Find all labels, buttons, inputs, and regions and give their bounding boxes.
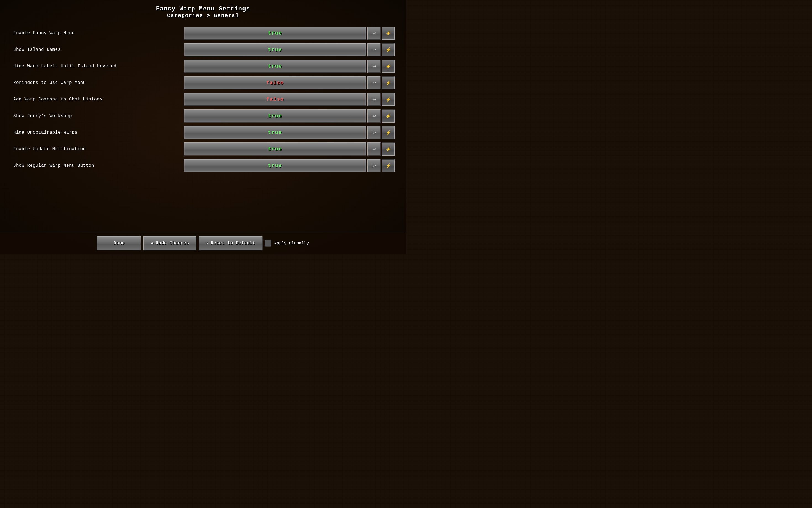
setting-row-show-jerrys-workshop: Show Jerry's Workshoptrue↩⚡ bbox=[11, 108, 395, 124]
setting-value-area-reminders-to-use-warp: false↩⚡ bbox=[184, 76, 395, 89]
setting-value-button-show-jerrys-workshop[interactable]: true bbox=[184, 109, 366, 123]
setting-undo-button-show-regular-warp-menu-button[interactable]: ↩ bbox=[367, 159, 380, 172]
setting-reset-button-hide-unobtainable-warps[interactable]: ⚡ bbox=[382, 126, 395, 139]
setting-row-show-regular-warp-menu-button: Show Regular Warp Menu Buttontrue↩⚡ bbox=[11, 158, 395, 173]
setting-row-enable-update-notification: Enable Update Notificationtrue↩⚡ bbox=[11, 141, 395, 157]
setting-value-button-show-island-names[interactable]: true bbox=[184, 43, 366, 56]
apply-globally-area: Apply globally bbox=[265, 240, 309, 247]
setting-label-hide-warp-labels: Hide Warp Labels Until Island Hovered bbox=[11, 64, 184, 69]
setting-value-text-reminders-to-use-warp: false bbox=[266, 80, 284, 86]
main-title: Fancy Warp Menu Settings bbox=[156, 5, 250, 12]
setting-value-button-add-warp-command[interactable]: false bbox=[184, 93, 366, 106]
setting-value-text-show-regular-warp-menu-button: true bbox=[268, 163, 282, 168]
setting-value-button-hide-warp-labels[interactable]: true bbox=[184, 59, 366, 73]
setting-reset-button-add-warp-command[interactable]: ⚡ bbox=[382, 93, 395, 106]
setting-undo-button-reminders-to-use-warp[interactable]: ↩ bbox=[367, 76, 380, 89]
setting-value-button-show-regular-warp-menu-button[interactable]: true bbox=[184, 159, 366, 172]
setting-row-reminders-to-use-warp: Reminders to Use Warp Menufalse↩⚡ bbox=[11, 75, 395, 91]
reset-to-default-button[interactable]: ⚡ Reset to Default bbox=[199, 236, 263, 250]
setting-value-area-enable-fancy-warp-menu: true↩⚡ bbox=[184, 27, 395, 40]
setting-row-show-island-names: Show Island Namestrue↩⚡ bbox=[11, 42, 395, 57]
done-button[interactable]: Done bbox=[97, 236, 141, 250]
title-section: Fancy Warp Menu Settings Categories > Ge… bbox=[156, 5, 250, 19]
setting-undo-button-enable-fancy-warp-menu[interactable]: ↩ bbox=[367, 27, 380, 40]
setting-reset-button-show-island-names[interactable]: ⚡ bbox=[382, 43, 395, 56]
setting-row-hide-unobtainable-warps: Hide Unobtainable Warpstrue↩⚡ bbox=[11, 125, 395, 140]
setting-value-area-hide-unobtainable-warps: true↩⚡ bbox=[184, 126, 395, 139]
setting-value-text-hide-warp-labels: true bbox=[268, 64, 282, 69]
apply-globally-label: Apply globally bbox=[274, 241, 309, 246]
setting-undo-button-hide-warp-labels[interactable]: ↩ bbox=[367, 59, 380, 73]
setting-reset-button-enable-update-notification[interactable]: ⚡ bbox=[382, 142, 395, 156]
setting-value-button-hide-unobtainable-warps[interactable]: true bbox=[184, 126, 366, 139]
undo-changes-button[interactable]: ↩ Undo Changes bbox=[143, 236, 196, 250]
done-label: Done bbox=[114, 241, 125, 246]
undo-label: Undo Changes bbox=[156, 241, 189, 246]
setting-value-area-show-island-names: true↩⚡ bbox=[184, 43, 395, 56]
undo-icon: ↩ bbox=[151, 241, 153, 246]
setting-value-text-enable-update-notification: true bbox=[268, 146, 282, 152]
setting-undo-button-hide-unobtainable-warps[interactable]: ↩ bbox=[367, 126, 380, 139]
setting-value-area-hide-warp-labels: true↩⚡ bbox=[184, 59, 395, 73]
setting-value-text-show-jerrys-workshop: true bbox=[268, 113, 282, 119]
setting-row-add-warp-command: Add Warp Command to Chat Historyfalse↩⚡ bbox=[11, 92, 395, 107]
setting-reset-button-hide-warp-labels[interactable]: ⚡ bbox=[382, 59, 395, 73]
setting-value-area-add-warp-command: false↩⚡ bbox=[184, 93, 395, 106]
setting-reset-button-enable-fancy-warp-menu[interactable]: ⚡ bbox=[382, 27, 395, 40]
setting-label-add-warp-command: Add Warp Command to Chat History bbox=[11, 97, 184, 102]
reset-label: Reset to Default bbox=[211, 241, 255, 246]
setting-value-text-enable-fancy-warp-menu: true bbox=[268, 30, 282, 36]
setting-reset-button-show-jerrys-workshop[interactable]: ⚡ bbox=[382, 109, 395, 123]
setting-row-hide-warp-labels: Hide Warp Labels Until Island Hoveredtru… bbox=[11, 58, 395, 74]
setting-value-text-hide-unobtainable-warps: true bbox=[268, 130, 282, 135]
setting-value-text-add-warp-command: false bbox=[266, 97, 284, 102]
setting-label-show-island-names: Show Island Names bbox=[11, 47, 184, 52]
setting-label-reminders-to-use-warp: Reminders to Use Warp Menu bbox=[11, 80, 184, 85]
setting-value-area-show-regular-warp-menu-button: true↩⚡ bbox=[184, 159, 395, 172]
setting-label-show-jerrys-workshop: Show Jerry's Workshop bbox=[11, 114, 184, 119]
setting-value-text-show-island-names: true bbox=[268, 47, 282, 52]
setting-label-show-regular-warp-menu-button: Show Regular Warp Menu Button bbox=[11, 163, 184, 168]
setting-value-button-enable-fancy-warp-menu[interactable]: true bbox=[184, 27, 366, 40]
reset-icon: ⚡ bbox=[206, 241, 208, 246]
sub-title: Categories > General bbox=[156, 12, 250, 19]
setting-row-enable-fancy-warp-menu: Enable Fancy Warp Menutrue↩⚡ bbox=[11, 26, 395, 41]
bottom-bar: Done ↩ Undo Changes ⚡ Reset to Default A… bbox=[0, 232, 406, 254]
setting-value-area-enable-update-notification: true↩⚡ bbox=[184, 142, 395, 156]
setting-undo-button-add-warp-command[interactable]: ↩ bbox=[367, 93, 380, 106]
setting-value-button-reminders-to-use-warp[interactable]: false bbox=[184, 76, 366, 89]
setting-reset-button-reminders-to-use-warp[interactable]: ⚡ bbox=[382, 76, 395, 89]
setting-reset-button-show-regular-warp-menu-button[interactable]: ⚡ bbox=[382, 159, 395, 172]
setting-undo-button-enable-update-notification[interactable]: ↩ bbox=[367, 142, 380, 156]
setting-value-button-enable-update-notification[interactable]: true bbox=[184, 142, 366, 156]
setting-undo-button-show-jerrys-workshop[interactable]: ↩ bbox=[367, 109, 380, 123]
settings-container: Enable Fancy Warp Menutrue↩⚡Show Island … bbox=[11, 26, 395, 173]
setting-value-area-show-jerrys-workshop: true↩⚡ bbox=[184, 109, 395, 123]
setting-label-enable-fancy-warp-menu: Enable Fancy Warp Menu bbox=[11, 31, 184, 36]
apply-globally-checkbox[interactable] bbox=[265, 240, 272, 247]
setting-label-hide-unobtainable-warps: Hide Unobtainable Warps bbox=[11, 130, 184, 135]
setting-undo-button-show-island-names[interactable]: ↩ bbox=[367, 43, 380, 56]
setting-label-enable-update-notification: Enable Update Notification bbox=[11, 146, 184, 152]
